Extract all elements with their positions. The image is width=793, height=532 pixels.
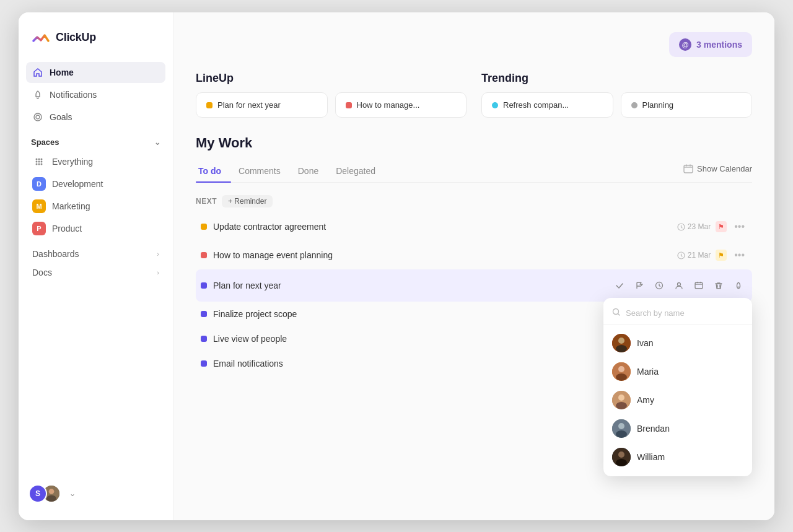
task-check-btn[interactable] [611, 277, 628, 294]
card-label-refresh: Refresh compan... [503, 100, 569, 110]
tabs-row: To do Comments Done Delegated Show Calen… [196, 161, 752, 183]
sidebar-bottom: S ⌄ [19, 477, 173, 510]
task-name-t3: Plan for next year [213, 281, 611, 290]
svg-point-34 [618, 451, 624, 458]
svg-point-23 [616, 345, 627, 352]
user-menu-chevron[interactable]: ⌄ [69, 489, 76, 498]
lineup-section: LineUp Plan for next year How to manage.… [196, 72, 467, 118]
task-dot-t1 [201, 224, 207, 230]
task-dot-t5 [201, 336, 207, 342]
search-icon [612, 308, 621, 318]
product-badge: P [32, 222, 46, 235]
show-calendar-button[interactable]: Show Calendar [683, 164, 752, 180]
trending-card-refresh[interactable]: Refresh compan... [481, 92, 613, 118]
tab-todo[interactable]: To do [196, 161, 231, 182]
task-delete-btn[interactable] [710, 277, 727, 294]
clock-icon-t2 [677, 251, 685, 259]
svg-point-12 [49, 489, 55, 494]
task-clock-btn[interactable] [651, 277, 668, 294]
task-list: Update contractor agreement 23 Mar ⚑ •••… [196, 212, 752, 376]
svg-point-4 [41, 159, 43, 160]
card-dot-plan [206, 102, 212, 108]
task-item-update-contractor[interactable]: Update contractor agreement 23 Mar ⚑ ••• [196, 212, 752, 241]
sidebar-item-product[interactable]: P Product [26, 217, 165, 240]
sidebar-item-notifications[interactable]: Notifications [26, 84, 165, 105]
assignee-dropdown: Ivan Maria Amy [603, 298, 752, 476]
svg-point-9 [38, 164, 40, 165]
trending-title: Trending [481, 72, 752, 85]
task-assignee-btn[interactable] [670, 277, 688, 294]
calendar-icon [683, 164, 693, 173]
tab-done[interactable]: Done [296, 161, 328, 182]
trending-card-planning[interactable]: Planning [621, 92, 753, 118]
sidebar-item-home[interactable]: Home [26, 62, 165, 83]
reminder-button[interactable]: + Reminder [222, 195, 273, 207]
tab-comments[interactable]: Comments [236, 161, 291, 182]
logo: ClickUp [19, 27, 173, 62]
bell-icon [32, 89, 43, 100]
task-date-t2: 21 Mar [677, 251, 711, 259]
svg-point-18 [678, 283, 681, 286]
svg-point-32 [616, 430, 627, 438]
assignee-item-brendan[interactable]: Brendan [603, 414, 752, 443]
top-row: @ 3 mentions [196, 32, 752, 57]
card-label-planning: Planning [642, 100, 674, 110]
task-group-next: Next + Reminder [196, 195, 752, 207]
mentions-button[interactable]: @ 3 mentions [669, 32, 752, 57]
assignee-item-ivan[interactable]: Ivan [603, 329, 752, 357]
task-item-manage-event[interactable]: How to manage event planning 21 Mar ⚑ ••… [196, 241, 752, 269]
avatar-amy [612, 391, 631, 409]
lineup-trending: LineUp Plan for next year How to manage.… [196, 72, 752, 118]
svg-point-25 [618, 366, 624, 372]
task-flag-t2: ⚑ [716, 250, 727, 261]
svg-point-1 [36, 115, 40, 119]
trending-section: Trending Refresh compan... Planning [481, 72, 752, 118]
tab-delegated[interactable]: Delegated [333, 161, 385, 182]
assignee-item-william[interactable]: William [603, 443, 752, 471]
sidebar-item-everything[interactable]: Everything [26, 150, 165, 173]
lineup-title: LineUp [196, 72, 467, 85]
card-dot-refresh [492, 102, 498, 108]
sidebar-item-docs[interactable]: Docs › [26, 263, 165, 282]
task-bell-btn[interactable] [730, 277, 747, 294]
spaces-chevron[interactable]: ⌄ [154, 138, 160, 147]
assignee-search-input[interactable] [626, 308, 743, 318]
sidebar-item-development[interactable]: D Development [26, 173, 165, 195]
svg-point-10 [41, 164, 43, 165]
sidebar-item-dashboards[interactable]: Dashboards › [26, 245, 165, 263]
task-calendar-btn[interactable] [690, 277, 708, 294]
marketing-badge: M [32, 199, 46, 213]
task-flag-btn[interactable] [631, 277, 648, 294]
task-dot-t3 [201, 282, 207, 289]
spaces-header: Spaces ⌄ [19, 128, 173, 150]
task-dot-t4 [201, 311, 207, 317]
trending-cards: Refresh compan... Planning [481, 92, 752, 118]
app-container: ClickUp Home Notifications Goals [19, 12, 774, 520]
svg-point-8 [36, 164, 38, 165]
lineup-card-plan[interactable]: Plan for next year [196, 92, 328, 118]
everything-icon [32, 155, 46, 168]
task-more-t2[interactable]: ••• [732, 248, 747, 262]
task-icon-t3 [201, 282, 207, 289]
home-icon [32, 67, 43, 78]
svg-point-0 [34, 113, 42, 121]
card-label-manage: How to manage... [357, 100, 420, 110]
sidebar-item-marketing[interactable]: M Marketing [26, 195, 165, 217]
lineup-cards: Plan for next year How to manage... [196, 92, 467, 118]
assignee-item-maria[interactable]: Maria [603, 357, 752, 386]
avatar-brendan [612, 419, 631, 438]
at-icon: @ [679, 38, 691, 51]
logo-icon [31, 27, 51, 47]
svg-point-31 [618, 423, 624, 429]
svg-point-6 [38, 161, 40, 163]
sidebar-item-goals[interactable]: Goals [26, 107, 165, 128]
app-name: ClickUp [56, 31, 96, 44]
clock-icon-t1 [677, 223, 685, 231]
svg-point-5 [36, 161, 38, 163]
task-more-t1[interactable]: ••• [732, 220, 747, 233]
task-dot-t6 [201, 360, 207, 367]
task-item-plan-next-year[interactable]: Plan for next year [196, 269, 752, 302]
assignee-item-amy[interactable]: Amy [603, 386, 752, 414]
task-dot-t2 [201, 252, 207, 258]
lineup-card-manage[interactable]: How to manage... [335, 92, 467, 118]
